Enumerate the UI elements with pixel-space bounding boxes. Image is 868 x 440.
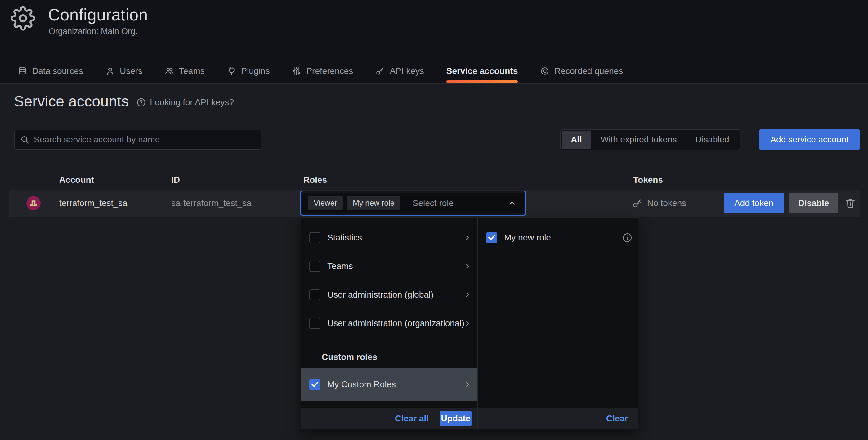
- page-header: Configuration Organization: Main Org. Da…: [0, 0, 868, 84]
- info-circle-icon[interactable]: [622, 232, 632, 243]
- tab-preferences[interactable]: Preferences: [292, 59, 353, 84]
- checkbox-unchecked[interactable]: [309, 261, 320, 272]
- page-head: Service accounts Looking for API keys?: [14, 92, 234, 111]
- clear-all-button[interactable]: Clear all: [395, 414, 429, 423]
- help-link-label: Looking for API keys?: [150, 97, 234, 107]
- config-tabs: Data sources Users Teams Plugins: [18, 59, 623, 84]
- tab-data-sources[interactable]: Data sources: [18, 59, 83, 84]
- key-icon: [632, 198, 643, 208]
- account-id: sa-terraform_test_sa: [171, 198, 251, 208]
- custom-roles-heading: Custom roles: [322, 352, 377, 362]
- angle-right-icon: [464, 234, 471, 241]
- role-group-statistics[interactable]: Statistics: [301, 224, 477, 252]
- angle-right-icon: [464, 291, 471, 298]
- tab-label: Data sources: [32, 66, 83, 76]
- key-icon: [375, 66, 385, 76]
- page-title: Service accounts: [14, 93, 129, 110]
- tab-label: Service accounts: [446, 66, 518, 76]
- users-icon: [165, 66, 174, 76]
- filter-all[interactable]: All: [561, 130, 591, 149]
- group-label: User administration (global): [327, 290, 433, 300]
- tab-plugins[interactable]: Plugins: [227, 59, 270, 84]
- tab-label: Teams: [179, 66, 205, 76]
- role-picker-input[interactable]: Viewer My new role Select role: [302, 193, 524, 213]
- avatar: [26, 196, 41, 210]
- checkbox-unchecked[interactable]: [309, 232, 320, 243]
- checkbox-unchecked[interactable]: [309, 289, 320, 300]
- column-account: Account: [59, 175, 94, 185]
- tab-api-keys[interactable]: API keys: [375, 59, 424, 84]
- database-icon: [18, 66, 27, 76]
- role-item-my-new-role[interactable]: My new role: [478, 224, 638, 252]
- filter-disabled[interactable]: Disabled: [686, 130, 739, 149]
- sliders-icon: [292, 66, 301, 76]
- api-keys-help-link[interactable]: Looking for API keys?: [136, 97, 234, 107]
- chevron-up-icon[interactable]: [507, 199, 517, 208]
- role-chip-viewer[interactable]: Viewer: [308, 196, 343, 210]
- angle-right-icon: [464, 381, 471, 388]
- tab-label: Users: [120, 66, 143, 76]
- tokens-status: No tokens: [647, 198, 686, 208]
- angle-right-icon: [464, 320, 471, 327]
- account-name[interactable]: terraform_test_sa: [59, 198, 127, 208]
- tab-teams[interactable]: Teams: [165, 59, 205, 84]
- role-group-teams[interactable]: Teams: [301, 252, 477, 281]
- trash-icon[interactable]: [844, 197, 856, 209]
- column-tokens: Tokens: [633, 175, 663, 185]
- record-icon: [540, 66, 549, 76]
- add-service-account-button[interactable]: Add service account: [760, 129, 860, 150]
- role-groups-panel: Statistics Teams User administration (gl…: [301, 217, 477, 429]
- tab-label: Plugins: [241, 66, 270, 76]
- role-picker[interactable]: Viewer My new role Select role: [300, 190, 526, 216]
- role-chip-my-new-role[interactable]: My new role: [347, 196, 400, 210]
- question-circle-icon: [136, 97, 146, 107]
- checkmark-icon: [488, 234, 496, 242]
- group-label: Teams: [327, 261, 353, 271]
- column-id: ID: [171, 175, 180, 185]
- tab-label: Preferences: [306, 66, 353, 76]
- tab-service-accounts[interactable]: Service accounts: [446, 59, 518, 84]
- grafana-configuration-page: Configuration Organization: Main Org. Da…: [0, 0, 868, 440]
- gear-icon: [10, 6, 35, 31]
- user-icon: [105, 66, 115, 76]
- role-picker-placeholder: Select role: [412, 198, 454, 208]
- role-submenu-footer: Clear: [478, 408, 638, 429]
- search-input[interactable]: [34, 135, 255, 145]
- role-menu-footer: Clear all Update: [301, 408, 477, 429]
- role-group-user-admin-global[interactable]: User administration (global): [301, 281, 477, 309]
- tab-label: API keys: [390, 66, 424, 76]
- service-accounts-content: Service accounts Looking for API keys? A…: [0, 84, 868, 440]
- text-cursor: [408, 197, 408, 209]
- filter-with-expired-tokens[interactable]: With expired tokens: [591, 130, 686, 149]
- role-group-my-custom-roles[interactable]: My Custom Roles: [301, 368, 477, 401]
- role-group-user-admin-org[interactable]: User administration (organizational): [301, 309, 477, 338]
- search-icon: [20, 135, 29, 144]
- checkmark-icon: [311, 380, 319, 388]
- plug-icon: [227, 66, 237, 76]
- role-label: My new role: [504, 233, 551, 243]
- role-submenu-panel: My new role Clear: [477, 217, 638, 429]
- group-label: User administration (organizational): [327, 318, 464, 328]
- group-label: My Custom Roles: [327, 380, 396, 389]
- app-title: Configuration: [48, 5, 148, 24]
- column-roles: Roles: [303, 175, 327, 185]
- tab-users[interactable]: Users: [105, 59, 143, 84]
- search-box: [14, 130, 261, 150]
- add-token-button[interactable]: Add token: [724, 193, 784, 213]
- token-filter-group: All With expired tokens Disabled: [560, 129, 740, 150]
- tab-recorded-queries[interactable]: Recorded queries: [540, 59, 623, 84]
- group-label: Statistics: [327, 233, 362, 243]
- role-picker-menu: Statistics Teams User administration (gl…: [301, 217, 639, 429]
- table-row[interactable]: terraform_test_sa sa-terraform_test_sa V…: [9, 190, 860, 216]
- checkbox-unchecked[interactable]: [309, 318, 320, 329]
- tab-label: Recorded queries: [554, 66, 623, 76]
- org-subtitle: Organization: Main Org.: [49, 27, 138, 36]
- checkbox-checked[interactable]: [486, 232, 497, 243]
- table-header: Account ID Roles Tokens: [0, 175, 868, 186]
- disable-button[interactable]: Disable: [789, 193, 838, 213]
- checkbox-checked[interactable]: [309, 379, 320, 390]
- angle-right-icon: [464, 263, 471, 270]
- clear-button[interactable]: Clear: [606, 414, 628, 423]
- update-button[interactable]: Update: [440, 411, 471, 426]
